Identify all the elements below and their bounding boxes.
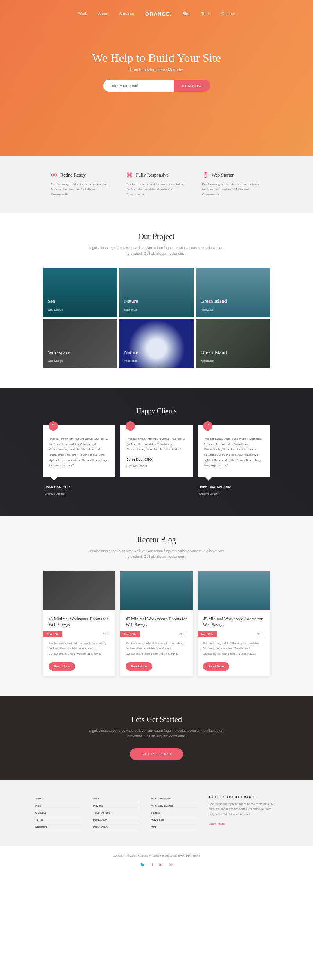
footer-link[interactable]: Find Developers [151, 802, 197, 809]
feature-responsive: Fully Responsive Far far away, behind th… [126, 172, 186, 197]
hero-subtitle: Free html5 templates Made by [92, 68, 221, 72]
blog-image[interactable] [198, 571, 270, 610]
feature-retina: Retina Ready Far far away, behind the wo… [51, 172, 111, 197]
mouse-icon [202, 172, 209, 178]
cta-title: Lets Get Started [12, 715, 301, 724]
cta-section: Lets Get Started Dignissimos asperiores … [0, 696, 313, 780]
blog-image[interactable] [120, 571, 192, 610]
cta-button[interactable]: GET IN TOUCH [130, 748, 183, 760]
project-card[interactable]: NatureApplication [119, 319, 193, 368]
blog-post-title[interactable]: 45 Minimal Worksspace Rooms for Web Savv… [126, 616, 187, 628]
command-icon [126, 172, 133, 178]
blog-title: Recent Blog [12, 535, 301, 544]
read-more-button[interactable]: Read More [203, 662, 230, 671]
project-card[interactable]: Green IslandApplication [196, 319, 270, 368]
projects-subtitle: Dignissimos asperiores vitae velit venia… [82, 245, 231, 256]
main-nav: Work About Services ORANGE. Blog Tools C… [78, 0, 235, 28]
projects-section: Our Project Dignissimos asperiores vitae… [0, 213, 313, 388]
pinterest-icon[interactable]: ℗ [169, 862, 173, 867]
footer-link[interactable]: Advertise [151, 816, 197, 823]
testimonial-author: John Doe, CEOCreative Director [126, 458, 186, 469]
quote-icon: " [126, 421, 135, 431]
comments-count[interactable]: 21 ☐ [180, 633, 187, 636]
blog-subtitle: Dignissimos asperiores vitae velit venia… [82, 548, 231, 560]
footer-link[interactable]: Testimonials [93, 809, 139, 816]
learn-more-link[interactable]: Learn More [209, 822, 225, 826]
project-card[interactable]: NatureIllustration [119, 268, 193, 317]
read-more-button[interactable]: Read More [126, 662, 152, 671]
footer-link[interactable]: API [151, 823, 197, 830]
project-card[interactable]: Green IslandApplication [196, 268, 270, 317]
svg-point-0 [53, 174, 55, 176]
hero-section: Work About Services ORANGE. Blog Tools C… [0, 0, 313, 156]
email-input[interactable] [103, 80, 174, 92]
testimonial-author: John Doe, CEOCreative Director [43, 485, 115, 496]
date-tag: Nov. 15th [198, 631, 217, 637]
nav-tools[interactable]: Tools [201, 12, 210, 16]
quote-icon: " [203, 421, 212, 431]
copyright: Copyright © 2015 company name All rights… [8, 854, 305, 857]
footer-link[interactable]: Contact [35, 809, 81, 816]
features-section: Retina Ready Far far away, behind the wo… [0, 156, 313, 213]
clients-section: Happy Clients ""Far far away, behind the… [0, 388, 313, 516]
bottom-bar: Copyright © 2015 company name All rights… [0, 846, 313, 875]
read-more-button[interactable]: Read More [49, 662, 75, 671]
footer-about: A LITTLE ABOUT ORANGE Facilis ipsum repr… [209, 795, 278, 830]
date-tag: Nov. 15th [43, 631, 62, 637]
footer-link[interactable]: About [35, 795, 81, 802]
footer-column: Find DesignersFind DevelopersTeamsAdvert… [151, 795, 197, 830]
nav-contact[interactable]: Contact [221, 12, 235, 16]
footer-link[interactable]: Handbook [93, 816, 139, 823]
footer-link[interactable]: Meetups [35, 823, 81, 830]
testimonial: ""Far far away, behind the word mountain… [43, 425, 115, 496]
blog-card: 45 Minimal Workspace Rooms for Web Savvy… [198, 571, 270, 676]
testimonial: ""Far far away, behind the word mountain… [198, 425, 270, 496]
footer-column: ShopPrivacyTestimonialsHandbookHeld Desk [93, 795, 139, 830]
footer-link[interactable]: Find Designers [151, 795, 197, 802]
blog-section: Recent Blog Dignissimos asperiores vitae… [0, 516, 313, 696]
footer-link[interactable]: Privacy [93, 802, 139, 809]
testimonial: ""Far far away, behind the word mountain… [120, 425, 192, 496]
project-card[interactable]: SeaWeb Design [43, 268, 117, 317]
footer-link[interactable]: Held Desk [93, 823, 139, 830]
nav-about[interactable]: About [98, 12, 108, 16]
footer-link[interactable]: Shop [93, 795, 139, 802]
facebook-icon[interactable]: f [152, 862, 153, 867]
quote-icon: " [49, 421, 58, 431]
blog-image[interactable] [43, 571, 115, 610]
nav-services[interactable]: Services [119, 12, 134, 16]
cta-subtitle: Dignissimos asperiores vitae velit venia… [82, 728, 231, 739]
blog-card: 45 Minimal Worksspace Rooms for Web Savv… [120, 571, 192, 676]
project-card[interactable]: WorkspaceWeb Design [43, 319, 117, 368]
hero-title: We Help to Build Your Site [92, 51, 221, 64]
email-form: JOIN NOW [92, 80, 221, 92]
blog-card: 45 Minimal Workspace Rooms for Web Savvy… [43, 571, 115, 676]
linkedin-icon[interactable]: in [159, 862, 163, 867]
footer: AboutHelpContactTermsMeetupsShopPrivacyT… [0, 780, 313, 846]
blog-post-title[interactable]: 45 Minimal Workspace Rooms for Web Savvy… [49, 616, 110, 628]
footer-link[interactable]: Teams [151, 809, 197, 816]
eye-icon [51, 172, 57, 178]
logo[interactable]: ORANGE. [145, 11, 172, 17]
twitter-icon[interactable]: 🐦 [140, 862, 146, 867]
clients-title: Happy Clients [12, 407, 301, 415]
projects-title: Our Project [12, 232, 301, 241]
date-tag: Nov. 15th [120, 631, 139, 637]
footer-link[interactable]: Terms [35, 816, 81, 823]
nav-blog[interactable]: Blog [183, 12, 191, 16]
svg-rect-1 [204, 172, 207, 177]
footer-link[interactable]: Help [35, 802, 81, 809]
comments-count[interactable]: 21 ☐ [103, 633, 110, 636]
nav-work[interactable]: Work [78, 12, 87, 16]
join-button[interactable]: JOIN NOW [174, 80, 210, 92]
blog-post-title[interactable]: 45 Minimal Workspace Rooms for Web Savvy… [203, 616, 264, 628]
testimonial-author: John Doe, FounderCreative Director [198, 485, 270, 496]
comments-count[interactable]: 21 ☐ [257, 633, 264, 636]
brand-link[interactable]: FRT HINT [186, 854, 200, 857]
footer-column: AboutHelpContactTermsMeetups [35, 795, 81, 830]
feature-starter: Web Starter Far far away, behind the wor… [202, 172, 262, 197]
